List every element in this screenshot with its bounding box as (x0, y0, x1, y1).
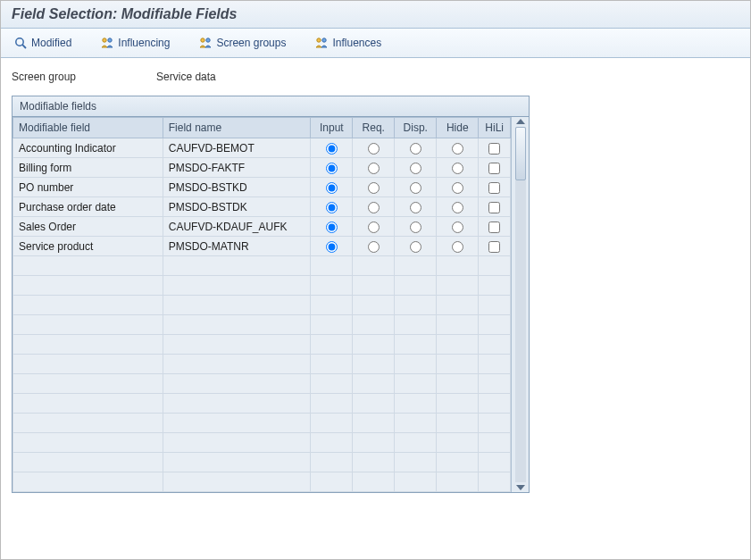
disp-radio[interactable] (410, 182, 421, 194)
disp-radio[interactable] (410, 143, 421, 155)
application-toolbar: Modified Influencing Screen groups Influ… (1, 29, 750, 58)
empty-cell (311, 335, 353, 355)
table-row[interactable]: Billing formPMSDO-FAKTF (13, 158, 511, 178)
svg-point-0 (16, 38, 23, 46)
hili-checkbox[interactable] (488, 143, 500, 155)
req-radio[interactable] (368, 241, 380, 253)
empty-cell (395, 453, 437, 472)
col-hili[interactable]: HiLi (479, 118, 511, 138)
title-bar: Field Selection: Modifiable Fields (1, 1, 750, 29)
req-radio[interactable] (368, 182, 380, 194)
disp-radio[interactable] (410, 202, 421, 213)
screen-groups-button[interactable]: Screen groups (193, 32, 291, 54)
col-disp[interactable]: Disp. (395, 118, 437, 138)
input-radio[interactable] (326, 143, 338, 155)
hili-checkbox[interactable] (488, 182, 500, 194)
hili-checkbox[interactable] (488, 241, 500, 253)
hili-checkbox[interactable] (488, 202, 500, 213)
col-input[interactable]: Input (311, 118, 353, 138)
page-title: Field Selection: Modifiable Fields (12, 6, 739, 22)
scroll-up-icon[interactable] (516, 119, 525, 124)
modified-label: Modified (31, 37, 71, 49)
col-hide[interactable]: Hide (437, 118, 479, 138)
input-radio[interactable] (326, 182, 338, 194)
cell-hili (479, 237, 511, 256)
empty-cell (479, 433, 511, 453)
hili-checkbox[interactable] (488, 163, 500, 174)
req-radio[interactable] (368, 221, 380, 233)
input-radio[interactable] (326, 241, 338, 253)
cell-req (353, 217, 395, 237)
empty-cell (395, 394, 437, 414)
empty-cell (395, 256, 437, 276)
table-header-row: Modifiable field Field name Input Req. D… (13, 118, 511, 138)
disp-radio[interactable] (410, 163, 421, 174)
col-req[interactable]: Req. (353, 118, 395, 138)
req-radio[interactable] (368, 143, 380, 155)
req-radio[interactable] (368, 163, 380, 174)
table-row-empty (13, 355, 511, 374)
empty-cell (13, 256, 163, 276)
empty-cell (395, 355, 437, 374)
input-radio[interactable] (326, 202, 338, 213)
influencing-label: Influencing (118, 37, 170, 49)
cell-hili (479, 158, 511, 178)
disp-radio[interactable] (410, 241, 421, 253)
cell-hili (479, 178, 511, 197)
modified-button[interactable]: Modified (8, 32, 77, 54)
empty-cell (353, 276, 395, 296)
hide-radio[interactable] (452, 221, 463, 233)
col-modifiable-field[interactable]: Modifiable field (13, 118, 163, 138)
empty-cell (13, 315, 163, 335)
cell-field-name: PMSDO-MATNR (163, 237, 311, 256)
empty-cell (395, 335, 437, 355)
empty-cell (311, 374, 353, 394)
empty-cell (13, 335, 163, 355)
screen-groups-label: Screen groups (216, 37, 286, 49)
cell-disp (395, 158, 437, 178)
empty-cell (479, 335, 511, 355)
hili-checkbox[interactable] (488, 221, 500, 233)
cell-hide (437, 138, 479, 158)
hide-radio[interactable] (452, 182, 463, 194)
table-row[interactable]: Service productPMSDO-MATNR (13, 237, 511, 256)
req-radio[interactable] (368, 202, 380, 213)
table-row[interactable]: Accounting IndicatorCAUFVD-BEMOT (13, 138, 511, 158)
empty-cell (353, 394, 395, 414)
cell-hili (479, 217, 511, 237)
empty-cell (437, 472, 479, 492)
empty-cell (163, 276, 311, 296)
input-radio[interactable] (326, 221, 338, 233)
table-row[interactable]: Sales OrderCAUFVD-KDAUF_AUFK (13, 217, 511, 237)
cell-hide (437, 217, 479, 237)
influencing-button[interactable]: Influencing (95, 32, 175, 54)
scroll-down-icon[interactable] (516, 485, 525, 490)
disp-radio[interactable] (410, 221, 421, 233)
hide-radio[interactable] (452, 241, 463, 253)
empty-cell (437, 256, 479, 276)
empty-cell (479, 472, 511, 492)
cell-req (353, 178, 395, 197)
cell-input (311, 217, 353, 237)
table-row[interactable]: PO numberPMSDO-BSTKD (13, 178, 511, 197)
empty-cell (353, 256, 395, 276)
table-row-empty (13, 433, 511, 453)
vertical-scrollbar[interactable] (511, 117, 529, 492)
col-field-name[interactable]: Field name (163, 118, 311, 138)
empty-cell (13, 374, 163, 394)
influencing-icon (100, 36, 114, 50)
table-row[interactable]: Purchase order datePMSDO-BSTDK (13, 197, 511, 217)
scroll-thumb[interactable] (515, 127, 526, 180)
hide-radio[interactable] (452, 143, 463, 155)
empty-cell (311, 315, 353, 335)
empty-cell (479, 315, 511, 335)
hide-radio[interactable] (452, 202, 463, 213)
input-radio[interactable] (326, 163, 338, 174)
scroll-track[interactable] (515, 127, 526, 482)
empty-cell (311, 433, 353, 453)
empty-cell (163, 414, 311, 433)
empty-cell (437, 394, 479, 414)
empty-cell (13, 276, 163, 296)
influences-button[interactable]: Influences (309, 32, 387, 54)
hide-radio[interactable] (452, 163, 463, 174)
